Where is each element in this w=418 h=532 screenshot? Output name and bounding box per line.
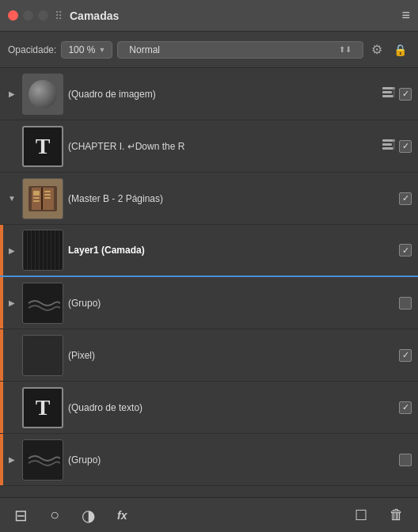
layer-visibility-checkbox[interactable]	[399, 244, 412, 256]
layer-icons	[399, 297, 412, 310]
layers-panel-button[interactable]: ⊟	[10, 503, 32, 528]
layer-name: (Master B - 2 Páginas)	[68, 193, 394, 204]
gear-button[interactable]: ⚙	[368, 40, 386, 59]
layer-name: (Grupo)	[68, 454, 394, 466]
layer-item[interactable]: ▶Layer1 (Camada)	[0, 225, 418, 277]
layer-icons	[399, 349, 412, 362]
layer-visibility-checkbox[interactable]	[399, 297, 412, 310]
drag-handle: ⠿	[55, 10, 63, 22]
expand-arrow-icon[interactable]: ▶	[6, 246, 17, 255]
new-layer-button[interactable]: ☐	[350, 504, 372, 527]
layer-icons	[399, 192, 412, 205]
layer-item[interactable]: ▶ (Grupo)	[0, 434, 418, 486]
opacity-value-button[interactable]: 100 % ▼	[61, 41, 112, 59]
svg-rect-6	[382, 147, 393, 150]
svg-rect-15	[44, 194, 51, 196]
trash-icon: 🗑	[390, 507, 404, 523]
svg-rect-1	[382, 91, 392, 93]
layer-item[interactable]: ▼ (Master B - 2 Páginas)	[0, 173, 418, 225]
svg-rect-5	[382, 143, 392, 146]
new-page-icon: ☐	[355, 507, 367, 524]
expand-arrow-icon[interactable]: ▼	[6, 194, 17, 203]
layer-thumbnail: T	[22, 126, 63, 167]
text-thumb-letter: T	[36, 134, 51, 159]
svg-rect-11	[33, 191, 40, 196]
title-bar: ⠿ Camadas ≡	[0, 0, 418, 32]
svg-rect-2	[382, 95, 393, 97]
layer-icons	[399, 244, 412, 256]
layer-thumbnail	[22, 335, 63, 376]
layer-item[interactable]: ▶(Quadro de imagem)	[0, 68, 418, 120]
expand-arrow-icon[interactable]: ▶	[6, 89, 17, 98]
fx-button[interactable]: fx	[112, 506, 131, 525]
layer-name: (Quadro de imagem)	[68, 89, 377, 100]
blend-mode-label: Normal	[129, 44, 160, 55]
bottom-toolbar: ⊟ ○ ◑ fx ☐ 🗑	[0, 497, 418, 532]
layer-name: (Grupo)	[68, 298, 394, 309]
layer-thumbnail	[22, 230, 63, 271]
adjustment-button[interactable]: ◑	[77, 503, 100, 528]
layer-item[interactable]: T(CHAPTER I. ↵Down the R	[0, 120, 418, 173]
layer-visibility-checkbox[interactable]	[399, 349, 412, 362]
layers-stack-icon: ⊟	[14, 506, 28, 525]
svg-rect-10	[41, 188, 43, 210]
align-icon[interactable]	[382, 139, 396, 154]
layer-visibility-checkbox[interactable]	[399, 401, 412, 414]
layer-name: (CHAPTER I. ↵Down the R	[68, 141, 377, 152]
layer-thumbnail	[22, 283, 63, 324]
layer-thumbnail: T	[22, 387, 63, 428]
maximize-button[interactable]	[38, 10, 48, 21]
align-icon[interactable]	[382, 86, 396, 101]
svg-rect-7	[393, 139, 395, 150]
layer-name: Layer1 (Camada)	[68, 245, 394, 256]
panel-menu-button[interactable]: ≡	[401, 7, 410, 24]
layer-icons	[382, 139, 412, 154]
close-button[interactable]	[8, 10, 18, 21]
blend-mode-button[interactable]: Normal ⬆⬇	[117, 41, 363, 59]
opacity-value: 100 %	[68, 44, 95, 55]
expand-arrow-icon[interactable]: ▶	[6, 298, 17, 307]
layer-name: (Quadro de texto)	[68, 402, 394, 413]
layer-item[interactable]: (Pixel)	[0, 329, 418, 382]
layer-list: ▶(Quadro de imagem) T(CHAPTER I. ↵Down t…	[0, 68, 418, 497]
layer-item[interactable]: T(Quadro de texto)	[0, 382, 418, 434]
half-circle-icon: ◑	[82, 506, 95, 525]
text-thumb-letter: T	[36, 395, 51, 420]
circle-icon: ○	[50, 506, 59, 524]
svg-rect-12	[33, 197, 40, 199]
layer-thumbnail	[22, 439, 63, 481]
svg-rect-3	[393, 87, 395, 97]
layer-icons	[399, 401, 412, 414]
expand-arrow-icon[interactable]: ▶	[6, 455, 17, 464]
layer-visibility-checkbox[interactable]	[399, 140, 412, 153]
delete-layer-button[interactable]: 🗑	[385, 504, 408, 526]
traffic-lights	[8, 10, 48, 21]
blend-mode-arrows-icon: ⬆⬇	[339, 45, 352, 54]
panel-title: Camadas	[70, 10, 395, 22]
lock-button[interactable]: 🔒	[390, 41, 410, 59]
layer-icons	[382, 86, 412, 101]
minimize-button[interactable]	[23, 10, 33, 21]
layer-visibility-checkbox[interactable]	[399, 454, 412, 466]
layer-icons	[399, 454, 412, 466]
opacity-label: Opacidade:	[8, 44, 56, 55]
layer-item[interactable]: ▶ (Grupo)	[0, 277, 418, 329]
circle-button[interactable]: ○	[45, 503, 64, 527]
svg-rect-13	[33, 200, 40, 202]
opacity-arrow-icon: ▼	[98, 46, 105, 54]
layer-thumbnail	[22, 178, 63, 219]
lock-icon: 🔒	[393, 44, 407, 56]
layer-thumbnail	[22, 74, 63, 115]
svg-rect-16	[44, 197, 51, 199]
opacity-bar: Opacidade: 100 % ▼ Normal ⬆⬇ ⚙ 🔒	[0, 32, 418, 68]
layer-visibility-checkbox[interactable]	[399, 88, 412, 101]
svg-rect-14	[44, 191, 51, 192]
layer-name: (Pixel)	[68, 350, 394, 361]
layer-visibility-checkbox[interactable]	[399, 192, 412, 205]
fx-icon: fx	[117, 509, 127, 522]
